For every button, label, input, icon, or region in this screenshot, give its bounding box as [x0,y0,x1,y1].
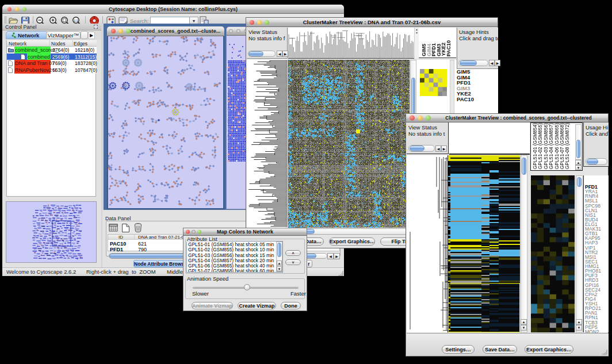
svg-text:1:1: 1:1 [74,19,78,22]
